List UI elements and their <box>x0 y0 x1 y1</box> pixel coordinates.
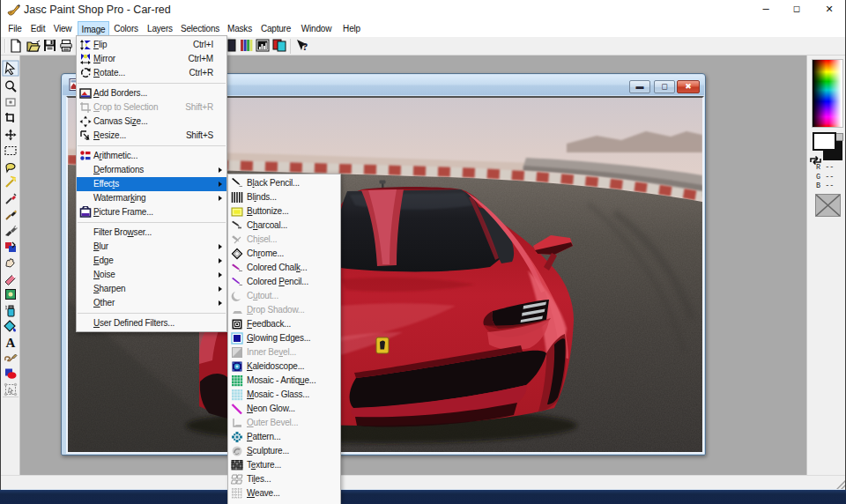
svg-text:A: A <box>6 336 16 350</box>
svg-text:?: ? <box>302 40 308 53</box>
